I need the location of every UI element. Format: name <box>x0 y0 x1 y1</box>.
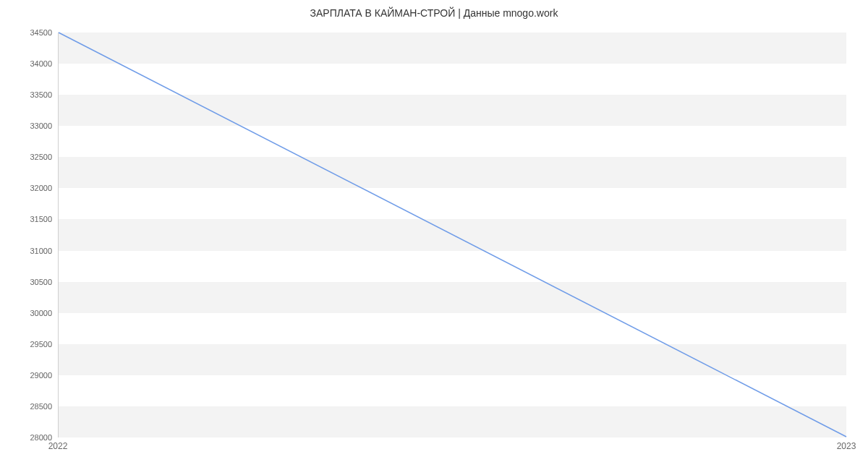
line-layer <box>59 33 846 437</box>
plot-area <box>58 33 846 437</box>
y-tick-label: 32500 <box>0 153 56 161</box>
y-tick-label: 29000 <box>0 371 56 380</box>
y-tick-label: 28500 <box>0 402 56 411</box>
y-tick-label: 31000 <box>0 247 56 255</box>
y-tick-label: 29500 <box>0 340 56 349</box>
chart-title: ЗАРПЛАТА В КАЙМАН-СТРОЙ | Данные mnogo.w… <box>0 0 868 19</box>
y-tick-label: 33500 <box>0 90 56 99</box>
y-tick-label: 33000 <box>0 121 56 130</box>
y-tick-label: 32000 <box>0 184 56 192</box>
x-tick-label: 2022 <box>48 441 68 451</box>
salary-line-chart: ЗАРПЛАТА В КАЙМАН-СТРОЙ | Данные mnogo.w… <box>0 0 868 470</box>
series-line <box>59 33 846 437</box>
y-tick-label: 34000 <box>0 59 56 68</box>
y-tick-label: 31500 <box>0 215 56 223</box>
x-tick-label: 2023 <box>837 441 856 451</box>
y-tick-label: 30000 <box>0 309 56 317</box>
y-tick-label: 30500 <box>0 278 56 286</box>
y-tick-label: 34500 <box>0 28 56 37</box>
